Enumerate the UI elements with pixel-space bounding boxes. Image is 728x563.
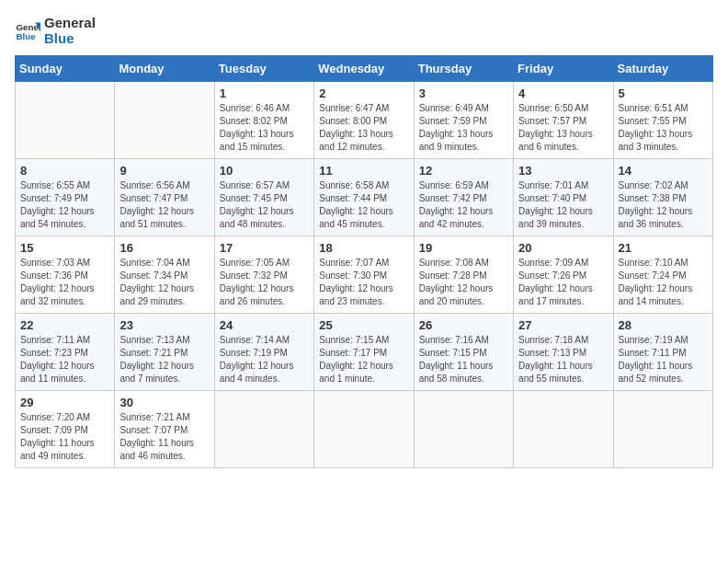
day-number: 10 <box>220 164 309 178</box>
calendar-body: 1 Sunrise: 6:46 AM Sunset: 8:02 PM Dayli… <box>16 82 713 468</box>
day-info: Sunrise: 6:47 AM Sunset: 8:00 PM Dayligh… <box>319 102 408 154</box>
calendar-cell: 28 Sunrise: 7:19 AM Sunset: 7:11 PM Dayl… <box>613 314 712 391</box>
calendar-cell <box>613 391 712 468</box>
calendar-cell: 26 Sunrise: 7:16 AM Sunset: 7:15 PM Dayl… <box>414 314 513 391</box>
weekday-tuesday: Tuesday <box>214 56 313 82</box>
svg-text:Blue: Blue <box>16 31 36 41</box>
day-info: Sunrise: 7:10 AM Sunset: 7:24 PM Dayligh… <box>619 257 708 308</box>
weekday-monday: Monday <box>115 56 214 82</box>
calendar-cell: 5 Sunrise: 6:51 AM Sunset: 7:55 PM Dayli… <box>613 82 712 159</box>
day-info: Sunrise: 6:57 AM Sunset: 7:45 PM Dayligh… <box>220 179 309 231</box>
calendar-cell: 23 Sunrise: 7:13 AM Sunset: 7:21 PM Dayl… <box>115 314 214 391</box>
day-info: Sunrise: 7:14 AM Sunset: 7:19 PM Dayligh… <box>220 334 309 385</box>
calendar-cell: 24 Sunrise: 7:14 AM Sunset: 7:19 PM Dayl… <box>214 314 313 391</box>
day-info: Sunrise: 7:09 AM Sunset: 7:26 PM Dayligh… <box>518 257 608 308</box>
weekday-header-row: SundayMondayTuesdayWednesdayThursdayFrid… <box>16 56 713 82</box>
day-number: 9 <box>119 164 209 178</box>
day-number: 4 <box>518 86 608 100</box>
day-info: Sunrise: 6:46 AM Sunset: 8:02 PM Dayligh… <box>220 102 309 154</box>
calendar-cell: 27 Sunrise: 7:18 AM Sunset: 7:13 PM Dayl… <box>514 314 613 391</box>
calendar-cell: 10 Sunrise: 6:57 AM Sunset: 7:45 PM Dayl… <box>214 159 313 236</box>
calendar-cell <box>115 82 214 159</box>
calendar-cell: 25 Sunrise: 7:15 AM Sunset: 7:17 PM Dayl… <box>314 314 414 391</box>
day-number: 15 <box>20 241 109 255</box>
calendar-cell: 8 Sunrise: 6:55 AM Sunset: 7:49 PM Dayli… <box>16 159 115 236</box>
weekday-wednesday: Wednesday <box>314 56 414 82</box>
day-number: 14 <box>619 164 708 178</box>
calendar-cell: 21 Sunrise: 7:10 AM Sunset: 7:24 PM Dayl… <box>613 236 712 314</box>
calendar-cell: 19 Sunrise: 7:08 AM Sunset: 7:28 PM Dayl… <box>414 236 513 314</box>
calendar-cell <box>514 391 613 468</box>
logo-blue: Blue <box>44 30 96 46</box>
weekday-sunday: Sunday <box>16 56 115 82</box>
calendar-cell: 17 Sunrise: 7:05 AM Sunset: 7:32 PM Dayl… <box>214 236 313 314</box>
day-number: 29 <box>20 396 109 409</box>
day-number: 24 <box>220 318 309 332</box>
calendar-cell <box>314 391 414 468</box>
calendar-cell: 29 Sunrise: 7:20 AM Sunset: 7:09 PM Dayl… <box>16 391 115 468</box>
day-info: Sunrise: 6:56 AM Sunset: 7:47 PM Dayligh… <box>119 179 209 231</box>
calendar-cell: 15 Sunrise: 7:03 AM Sunset: 7:36 PM Dayl… <box>16 236 115 314</box>
day-number: 18 <box>319 241 408 255</box>
weekday-friday: Friday <box>514 56 613 82</box>
page-header: General Blue General Blue <box>15 15 713 46</box>
day-number: 25 <box>319 318 408 332</box>
calendar-cell: 12 Sunrise: 6:59 AM Sunset: 7:42 PM Dayl… <box>414 159 513 236</box>
logo-icon: General Blue <box>15 17 40 43</box>
day-info: Sunrise: 6:59 AM Sunset: 7:42 PM Dayligh… <box>419 179 508 231</box>
calendar-week-3: 15 Sunrise: 7:03 AM Sunset: 7:36 PM Dayl… <box>16 236 713 314</box>
calendar-cell: 2 Sunrise: 6:47 AM Sunset: 8:00 PM Dayli… <box>314 82 414 159</box>
logo-general: General <box>44 15 96 30</box>
day-number: 19 <box>419 241 508 255</box>
day-info: Sunrise: 7:03 AM Sunset: 7:36 PM Dayligh… <box>20 257 109 308</box>
weekday-thursday: Thursday <box>414 56 513 82</box>
logo: General Blue General Blue <box>15 15 96 46</box>
day-info: Sunrise: 7:05 AM Sunset: 7:32 PM Dayligh… <box>220 257 309 308</box>
calendar-week-2: 8 Sunrise: 6:55 AM Sunset: 7:49 PM Dayli… <box>16 159 713 236</box>
day-info: Sunrise: 6:58 AM Sunset: 7:44 PM Dayligh… <box>319 179 408 231</box>
day-number: 26 <box>419 318 508 332</box>
day-number: 21 <box>619 241 708 255</box>
day-info: Sunrise: 7:01 AM Sunset: 7:40 PM Dayligh… <box>518 179 608 231</box>
calendar-week-5: 29 Sunrise: 7:20 AM Sunset: 7:09 PM Dayl… <box>16 391 713 468</box>
day-number: 1 <box>220 86 309 100</box>
day-info: Sunrise: 6:50 AM Sunset: 7:57 PM Dayligh… <box>518 102 608 154</box>
calendar-cell: 13 Sunrise: 7:01 AM Sunset: 7:40 PM Dayl… <box>514 159 613 236</box>
day-number: 13 <box>518 164 608 178</box>
day-number: 5 <box>619 86 708 100</box>
day-number: 20 <box>518 241 608 255</box>
calendar-cell: 22 Sunrise: 7:11 AM Sunset: 7:23 PM Dayl… <box>16 314 115 391</box>
day-info: Sunrise: 7:02 AM Sunset: 7:38 PM Dayligh… <box>619 179 708 231</box>
day-number: 28 <box>619 318 708 332</box>
day-number: 27 <box>518 318 608 332</box>
calendar-cell: 18 Sunrise: 7:07 AM Sunset: 7:30 PM Dayl… <box>314 236 414 314</box>
calendar-cell: 1 Sunrise: 6:46 AM Sunset: 8:02 PM Dayli… <box>214 82 313 159</box>
calendar-cell: 20 Sunrise: 7:09 AM Sunset: 7:26 PM Dayl… <box>514 236 613 314</box>
day-info: Sunrise: 6:51 AM Sunset: 7:55 PM Dayligh… <box>619 102 708 154</box>
calendar-cell <box>16 82 115 159</box>
day-number: 2 <box>319 86 408 100</box>
day-number: 30 <box>119 396 209 409</box>
day-info: Sunrise: 7:16 AM Sunset: 7:15 PM Dayligh… <box>419 334 508 385</box>
day-number: 8 <box>20 164 109 178</box>
day-info: Sunrise: 7:07 AM Sunset: 7:30 PM Dayligh… <box>319 257 408 308</box>
day-info: Sunrise: 7:20 AM Sunset: 7:09 PM Dayligh… <box>20 411 109 463</box>
calendar-cell: 11 Sunrise: 6:58 AM Sunset: 7:44 PM Dayl… <box>314 159 414 236</box>
calendar-week-4: 22 Sunrise: 7:11 AM Sunset: 7:23 PM Dayl… <box>16 314 713 391</box>
day-info: Sunrise: 6:55 AM Sunset: 7:49 PM Dayligh… <box>20 179 109 231</box>
day-info: Sunrise: 7:11 AM Sunset: 7:23 PM Dayligh… <box>20 334 109 385</box>
day-info: Sunrise: 7:18 AM Sunset: 7:13 PM Dayligh… <box>518 334 608 385</box>
day-info: Sunrise: 7:19 AM Sunset: 7:11 PM Dayligh… <box>619 334 708 385</box>
calendar-cell: 9 Sunrise: 6:56 AM Sunset: 7:47 PM Dayli… <box>115 159 214 236</box>
calendar-cell: 14 Sunrise: 7:02 AM Sunset: 7:38 PM Dayl… <box>613 159 712 236</box>
calendar-cell <box>414 391 513 468</box>
day-number: 22 <box>20 318 109 332</box>
day-number: 12 <box>419 164 508 178</box>
day-number: 23 <box>119 318 209 332</box>
calendar-cell: 3 Sunrise: 6:49 AM Sunset: 7:59 PM Dayli… <box>414 82 513 159</box>
day-info: Sunrise: 7:08 AM Sunset: 7:28 PM Dayligh… <box>419 257 508 308</box>
day-number: 3 <box>419 86 508 100</box>
calendar-cell: 30 Sunrise: 7:21 AM Sunset: 7:07 PM Dayl… <box>115 391 214 468</box>
day-info: Sunrise: 7:04 AM Sunset: 7:34 PM Dayligh… <box>119 257 209 308</box>
day-number: 11 <box>319 164 408 178</box>
